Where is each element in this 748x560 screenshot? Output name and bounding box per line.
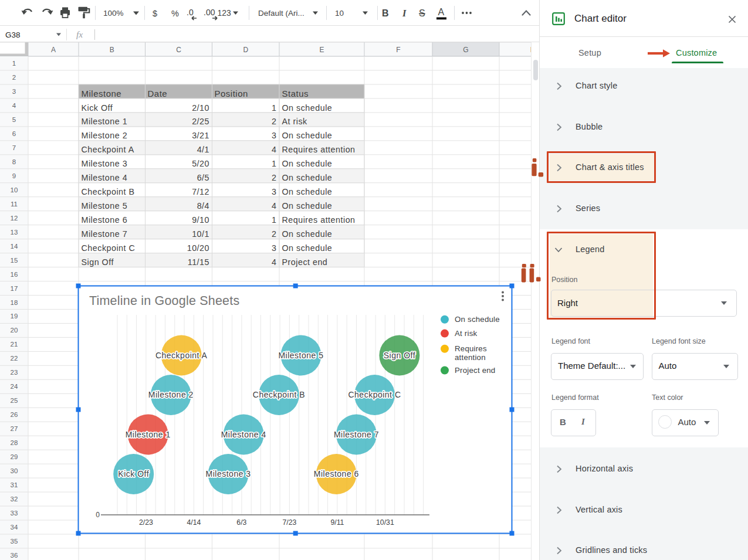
- svg-text:Date: Date: [148, 89, 168, 99]
- svg-text:6/5: 6/5: [197, 173, 209, 182]
- svg-text:2: 2: [272, 117, 276, 126]
- svg-text:D: D: [243, 46, 248, 54]
- svg-text:Checkpoint A: Checkpoint A: [155, 351, 208, 360]
- svg-text:G: G: [463, 46, 468, 54]
- svg-text:18: 18: [11, 299, 18, 306]
- svg-text:0: 0: [96, 511, 100, 519]
- svg-text:On schedule: On schedule: [282, 201, 333, 211]
- svg-text:Milestone 1: Milestone 1: [126, 430, 171, 439]
- svg-text:15: 15: [11, 257, 18, 264]
- svg-text:13: 13: [11, 229, 18, 236]
- svg-text:Sign Off: Sign Off: [82, 257, 114, 267]
- svg-text:Milestone 4: Milestone 4: [82, 173, 128, 182]
- svg-text:B: B: [382, 8, 389, 18]
- svg-text:29: 29: [11, 453, 18, 460]
- svg-text:Milestone 3: Milestone 3: [206, 469, 251, 478]
- svg-text:5/20: 5/20: [192, 159, 209, 168]
- svg-text:100%: 100%: [103, 9, 124, 18]
- svg-text:Timeline in Google Sheets: Timeline in Google Sheets: [89, 294, 239, 308]
- svg-text:Sign Off: Sign Off: [384, 351, 415, 360]
- svg-text:3: 3: [272, 243, 276, 253]
- svg-text:On schedule: On schedule: [455, 315, 500, 324]
- svg-text:Milestone 5: Milestone 5: [82, 201, 128, 211]
- svg-text:.00: .00: [204, 8, 215, 17]
- svg-text:33: 33: [11, 510, 18, 517]
- svg-text:B: B: [110, 46, 114, 54]
- svg-text:30: 30: [11, 467, 18, 474]
- svg-text:Milestone 2: Milestone 2: [148, 390, 194, 399]
- svg-text:On schedule: On schedule: [282, 187, 333, 196]
- svg-text:Milestone 5: Milestone 5: [278, 351, 323, 360]
- svg-text:21: 21: [11, 341, 18, 348]
- svg-text:14: 14: [11, 243, 18, 250]
- svg-text:Requires attention: Requires attention: [282, 215, 356, 225]
- svg-text:3/21: 3/21: [192, 131, 209, 140]
- svg-text:At risk: At risk: [282, 117, 308, 126]
- svg-text:Milestone 3: Milestone 3: [82, 159, 128, 168]
- svg-text:6: 6: [12, 130, 16, 137]
- svg-text:Project end: Project end: [455, 366, 495, 375]
- svg-text:On schedule: On schedule: [282, 229, 333, 239]
- svg-text:.0: .0: [187, 8, 194, 17]
- svg-text:On schedule: On schedule: [282, 159, 333, 168]
- svg-text:7/12: 7/12: [192, 187, 209, 196]
- svg-text:Milestone 4: Milestone 4: [221, 430, 266, 439]
- svg-text:9/11: 9/11: [330, 518, 344, 527]
- svg-text:Milestone 1: Milestone 1: [82, 117, 128, 126]
- svg-text:Status: Status: [282, 89, 309, 99]
- svg-text:$: $: [153, 9, 157, 18]
- svg-text:6/3: 6/3: [236, 518, 246, 527]
- svg-text:On schedule: On schedule: [282, 103, 333, 113]
- svg-text:123: 123: [218, 8, 232, 18]
- svg-text:34: 34: [11, 524, 18, 531]
- svg-text:20: 20: [11, 327, 18, 334]
- svg-text:Milestone 7: Milestone 7: [82, 229, 128, 239]
- svg-text:8: 8: [12, 158, 16, 165]
- svg-text:Kick Off: Kick Off: [82, 103, 113, 113]
- svg-text:11: 11: [11, 201, 18, 208]
- svg-text:26: 26: [11, 411, 18, 418]
- svg-text:Checkpoint C: Checkpoint C: [82, 243, 136, 253]
- svg-text:Checkpoint B: Checkpoint B: [253, 390, 305, 399]
- svg-text:%: %: [171, 9, 179, 18]
- svg-text:4: 4: [272, 201, 276, 211]
- svg-text:7/23: 7/23: [282, 518, 296, 527]
- svg-text:At risk: At risk: [455, 329, 477, 338]
- svg-text:8/4: 8/4: [197, 201, 209, 211]
- svg-text:Milestone 2: Milestone 2: [82, 131, 128, 140]
- svg-text:I: I: [402, 8, 407, 19]
- svg-text:9/10: 9/10: [192, 215, 209, 225]
- svg-text:25: 25: [11, 397, 18, 404]
- svg-text:Milestone 6: Milestone 6: [314, 469, 359, 478]
- svg-text:9: 9: [12, 172, 16, 179]
- svg-text:1: 1: [272, 103, 276, 113]
- svg-text:4: 4: [272, 257, 276, 267]
- svg-text:17: 17: [11, 285, 18, 292]
- svg-text:3: 3: [12, 88, 16, 95]
- svg-text:On schedule: On schedule: [282, 173, 333, 182]
- svg-text:4/14: 4/14: [187, 518, 201, 527]
- svg-text:2/10: 2/10: [192, 103, 209, 113]
- svg-text:4: 4: [272, 145, 276, 154]
- svg-text:Project end: Project end: [282, 257, 328, 267]
- svg-text:F: F: [396, 46, 400, 54]
- svg-text:Checkpoint A: Checkpoint A: [82, 145, 134, 154]
- svg-text:2/23: 2/23: [139, 518, 153, 527]
- svg-text:Kick Off: Kick Off: [118, 469, 149, 478]
- svg-text:On schedule: On schedule: [282, 131, 333, 140]
- svg-text:2: 2: [12, 74, 16, 81]
- svg-text:10/1: 10/1: [192, 229, 209, 239]
- svg-text:24: 24: [11, 383, 18, 390]
- svg-text:Milestone 6: Milestone 6: [82, 215, 128, 225]
- svg-text:27: 27: [11, 425, 18, 432]
- svg-text:4/1: 4/1: [197, 145, 209, 154]
- svg-text:C: C: [176, 46, 181, 54]
- svg-text:Default (Ari...: Default (Ari...: [258, 9, 304, 18]
- svg-text:32: 32: [11, 495, 18, 503]
- svg-text:4: 4: [12, 102, 16, 109]
- svg-text:A: A: [438, 7, 445, 17]
- svg-text:S: S: [419, 8, 425, 18]
- svg-text:attention: attention: [455, 353, 486, 362]
- svg-text:A: A: [51, 46, 56, 54]
- svg-text:2: 2: [272, 229, 276, 239]
